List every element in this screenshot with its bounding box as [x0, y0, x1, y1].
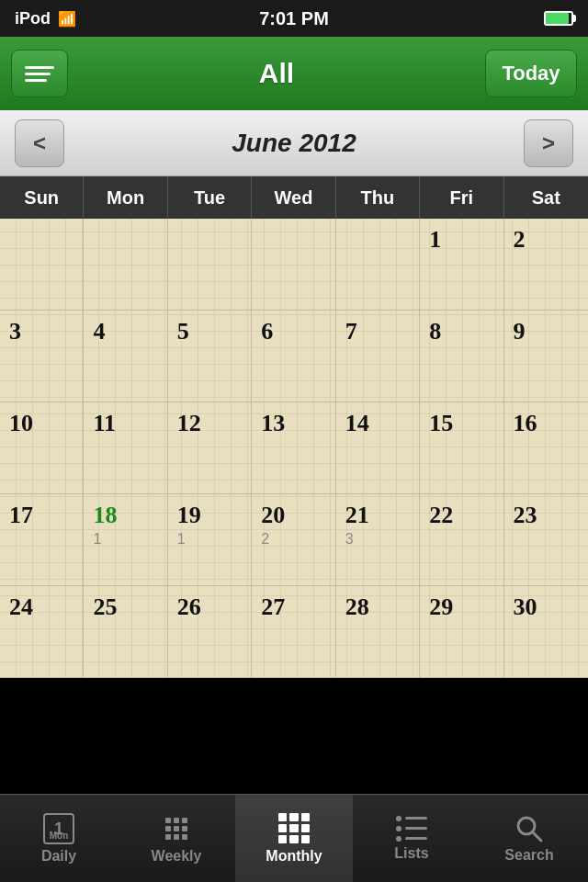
cal-date-num: 21	[345, 502, 410, 529]
cal-cell-15[interactable]: 15	[420, 402, 503, 494]
cal-date-num: 9	[514, 318, 579, 345]
cal-date-num: 15	[429, 410, 493, 437]
cal-cell-18[interactable]: 181	[84, 494, 167, 586]
cal-cell-13[interactable]: 13	[252, 402, 335, 494]
today-button[interactable]: Today	[485, 50, 577, 97]
cal-cell-28[interactable]: 28	[336, 586, 420, 678]
cal-event-count: 3	[345, 531, 410, 548]
cal-date-num: 10	[9, 410, 74, 437]
cal-date-num: 2	[514, 226, 579, 254]
cal-date-num: 17	[9, 502, 74, 529]
cal-cell-14[interactable]: 14	[336, 402, 420, 494]
cal-cell-7[interactable]: 7	[336, 311, 420, 402]
cal-cell-empty	[336, 219, 420, 311]
cal-cell-26[interactable]: 26	[168, 586, 252, 678]
calendar-grid: 1234567891011121314151617181191202213222…	[0, 219, 588, 678]
cal-cell-30[interactable]: 30	[504, 586, 588, 678]
calendar: SunMonTueWedThuFriSat 123456789101112131…	[0, 176, 588, 678]
weekly-icon	[161, 813, 192, 844]
svg-line-1	[533, 832, 541, 841]
cal-cell-10[interactable]: 10	[0, 402, 84, 494]
cal-cell-21[interactable]: 213	[336, 494, 420, 586]
cal-date-num: 6	[261, 318, 325, 345]
cal-cell-27[interactable]: 27	[252, 586, 335, 678]
prev-month-button[interactable]: <	[15, 119, 64, 167]
cal-cell-17[interactable]: 17	[0, 494, 84, 586]
cal-cell-9[interactable]: 9	[504, 311, 588, 402]
day-header-sat: Sat	[504, 176, 588, 219]
cal-date-num: 3	[9, 318, 74, 345]
tab-search-label: Search	[504, 847, 553, 864]
cal-date-num: 12	[177, 410, 242, 437]
cal-date-num: 5	[177, 318, 242, 345]
day-header-wed: Wed	[252, 176, 335, 219]
cal-cell-5[interactable]: 5	[168, 311, 252, 402]
menu-icon	[25, 66, 54, 82]
lists-icon	[396, 816, 427, 842]
status-bar: iPod 📶 7:01 PM	[0, 0, 588, 37]
wifi-icon: 📶	[58, 10, 76, 28]
cal-date-num: 30	[514, 594, 579, 621]
cal-cell-empty	[84, 219, 167, 311]
status-time: 7:01 PM	[259, 8, 329, 29]
page-title: All	[259, 58, 294, 89]
cal-cell-3[interactable]: 3	[0, 311, 84, 402]
cal-event-count: 1	[177, 531, 242, 548]
cal-cell-19[interactable]: 191	[168, 494, 252, 586]
day-header-mon: Mon	[84, 176, 167, 219]
month-navigator: < June 2012 >	[0, 110, 588, 176]
day-header-thu: Thu	[336, 176, 420, 219]
day-header-sun: Sun	[0, 176, 84, 219]
tab-monthly[interactable]: Monthly	[235, 795, 353, 882]
cal-date-num: 16	[514, 410, 579, 437]
tab-weekly[interactable]: Weekly	[118, 795, 235, 882]
cal-cell-4[interactable]: 4	[84, 311, 167, 402]
header: All Today	[0, 37, 588, 110]
tab-lists[interactable]: Lists	[353, 795, 470, 882]
monthly-icon	[278, 813, 310, 844]
day-headers-row: SunMonTueWedThuFriSat	[0, 176, 588, 219]
cal-cell-25[interactable]: 25	[84, 586, 167, 678]
cal-cell-empty	[168, 219, 252, 311]
cal-cell-16[interactable]: 16	[504, 402, 588, 494]
daily-icon: 1 Mon	[43, 813, 74, 844]
tab-bar: 1 Mon Daily Weekly Monthly	[0, 794, 588, 882]
month-title: June 2012	[232, 129, 356, 158]
tab-search[interactable]: Search	[470, 795, 588, 882]
cal-date-num: 22	[429, 502, 493, 529]
cal-date-num: 26	[177, 594, 242, 621]
cal-cell-1[interactable]: 1	[420, 219, 503, 311]
cal-cell-29[interactable]: 29	[420, 586, 503, 678]
cal-cell-22[interactable]: 22	[420, 494, 503, 586]
cal-date-num: 20	[261, 502, 325, 529]
cal-date-num: 14	[345, 410, 410, 437]
tab-lists-label: Lists	[394, 845, 428, 862]
search-icon	[514, 814, 544, 843]
tab-daily[interactable]: 1 Mon Daily	[0, 795, 118, 882]
cal-date-num: 1	[429, 226, 493, 254]
tab-monthly-label: Monthly	[266, 848, 322, 865]
cal-date-num: 29	[429, 594, 493, 621]
cal-date-num: 18	[93, 502, 157, 529]
cal-cell-6[interactable]: 6	[252, 311, 335, 402]
cal-cell-12[interactable]: 12	[168, 402, 252, 494]
cal-cell-24[interactable]: 24	[0, 586, 84, 678]
next-month-button[interactable]: >	[524, 119, 573, 167]
cal-cell-20[interactable]: 202	[252, 494, 335, 586]
cal-date-num: 27	[261, 594, 325, 621]
cal-cell-8[interactable]: 8	[420, 311, 503, 402]
cal-cell-11[interactable]: 11	[84, 402, 167, 494]
cal-date-num: 11	[93, 410, 157, 437]
cal-date-num: 7	[345, 318, 410, 345]
cal-cell-empty	[252, 219, 335, 311]
tab-weekly-label: Weekly	[152, 848, 202, 865]
device-label: iPod	[15, 9, 51, 28]
cal-date-num: 28	[345, 594, 410, 621]
cal-cell-23[interactable]: 23	[504, 494, 588, 586]
day-header-tue: Tue	[168, 176, 252, 219]
menu-button[interactable]	[11, 50, 68, 97]
tab-daily-label: Daily	[41, 848, 76, 865]
cal-date-num: 13	[261, 410, 325, 437]
cal-date-num: 24	[9, 594, 74, 621]
cal-cell-2[interactable]: 2	[504, 219, 588, 311]
